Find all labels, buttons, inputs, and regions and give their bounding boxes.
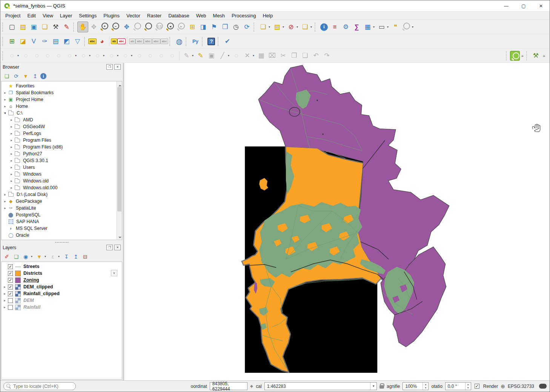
pan-map-button[interactable]: ✋ [77, 21, 88, 32]
zoom-to-selection-button[interactable] [132, 21, 143, 32]
browser-item-spatialite[interactable]: ▸✑SpatiaLite [2, 205, 122, 211]
scale-combo[interactable]: 1:462283 ▼ [264, 382, 377, 390]
layer-row-districts[interactable]: ✓Districts▼ [2, 270, 122, 277]
layer-filter-indicator-icon[interactable]: ▼ [111, 270, 117, 276]
select-by-location-button[interactable]: ❏ [300, 21, 310, 32]
remove-layer-button[interactable]: ⊟ [81, 253, 89, 261]
layer-diagram-button[interactable]: ◕ [97, 36, 108, 47]
toolbar-grip[interactable] [506, 51, 509, 60]
pin-labels-button[interactable]: ab [111, 38, 117, 44]
show-hide-labels-button[interactable]: abc [135, 38, 144, 44]
select-features-button[interactable]: ❏ [258, 21, 269, 32]
layer-row-streets[interactable]: ✓Streets [2, 263, 122, 270]
move-feature-button[interactable]: ◌ [20, 50, 31, 61]
chevron-down-icon[interactable] [412, 25, 415, 29]
identify-features-button[interactable]: i [320, 23, 328, 31]
new-spatialite-layer-button[interactable]: ✑ [39, 36, 50, 47]
add-selected-layers-button[interactable]: ❏ [3, 72, 11, 80]
toolbar-grip[interactable] [315, 23, 317, 32]
save-project-button[interactable]: ▣ [28, 21, 39, 32]
undo-button[interactable]: ↶ [310, 50, 321, 61]
chevron-down-icon[interactable] [131, 54, 134, 57]
chevron-down-icon[interactable] [310, 25, 313, 29]
toolbar-grip[interactable] [186, 37, 188, 46]
current-edits-button[interactable]: ◌ [6, 50, 17, 61]
chevron-down-icon[interactable] [117, 54, 120, 57]
browser-item-geopackage[interactable]: ▸◆GeoPackage [2, 198, 122, 205]
collapse-all-button[interactable]: ↥ [31, 72, 39, 80]
float-panel-icon[interactable]: ❐ [106, 64, 113, 70]
move-balloon-button[interactable]: ◌ [231, 50, 242, 61]
refresh-browser-button[interactable]: ⟳ [12, 72, 20, 80]
new-mesh-layer-button[interactable]: ◩ [61, 36, 72, 47]
reshape-features-button[interactable]: ◌ [53, 50, 64, 61]
minimize-button[interactable]: — [498, 0, 515, 12]
map-canvas[interactable] [124, 63, 550, 380]
zoom-next-button[interactable]: ▸ [176, 21, 187, 32]
add-group-button[interactable]: ❏ [12, 253, 20, 261]
layer-checkbox[interactable] [8, 305, 13, 310]
rotate-label-button[interactable]: abc [152, 38, 160, 44]
layer-checkbox[interactable] [8, 298, 13, 303]
menu-plugins[interactable]: Plugins [100, 12, 123, 19]
vertex-tool-button[interactable]: ✕ [242, 50, 253, 61]
menu-help[interactable]: Help [259, 12, 276, 19]
layer-checkbox[interactable]: ✓ [8, 271, 13, 276]
chevron-down-icon[interactable] [89, 54, 92, 57]
zoom-native-button[interactable]: 1:1 [154, 21, 165, 32]
metasearch-button[interactable]: ◍ [174, 36, 184, 47]
layer-row-rainfall-clipped[interactable]: ▸✓Rainfall_clipped [2, 290, 122, 297]
layer-checkbox[interactable]: ✓ [8, 264, 13, 269]
open-layer-styling-button[interactable]: ✐ [3, 253, 11, 261]
scroll-up-icon[interactable] [117, 81, 122, 87]
split-features-button[interactable]: ◌ [31, 50, 42, 61]
new-project-button[interactable]: ▢ [6, 21, 17, 32]
statistical-summary-button[interactable]: ∑ [351, 21, 362, 32]
browser-item-windows-old[interactable]: ▸Windows.old [2, 178, 122, 184]
spinner-arrows-icon[interactable]: ▲▼ [465, 383, 471, 390]
toolbar-grip[interactable] [526, 51, 529, 60]
zoom-to-layer-button[interactable] [143, 21, 154, 32]
toolbar-grip[interactable] [2, 23, 5, 32]
fill-ring-button[interactable]: ◌ [106, 50, 117, 61]
chevron-down-icon[interactable] [387, 25, 390, 29]
browser-properties-button[interactable]: i [40, 73, 46, 79]
chevron-down-icon[interactable] [373, 25, 376, 29]
toolbar-grip[interactable] [169, 37, 172, 46]
tool-d-button[interactable]: ◌ [145, 50, 156, 61]
close-button[interactable]: ✕ [532, 0, 550, 12]
scroll-down-icon[interactable] [117, 234, 122, 240]
browser-item-windows[interactable]: ▸Windows [2, 171, 122, 178]
digitize-segment-button[interactable]: ╱ [217, 50, 228, 61]
menu-layer[interactable]: Layer [57, 12, 76, 19]
add-ring-button[interactable]: ◌ [78, 50, 89, 61]
digitizing-tools-button[interactable]: ✎ [181, 50, 192, 61]
new-3d-map-view-button[interactable]: ◨ [198, 21, 209, 32]
browser-item-program-files-x86[interactable]: ▸Program Files (x86) [2, 144, 122, 150]
toolbar-grip[interactable] [2, 37, 5, 46]
no-labels-button[interactable]: abc [117, 38, 126, 44]
data-source-manager-button[interactable]: ⊞ [6, 36, 17, 47]
layer-checkbox[interactable]: ✓ [8, 291, 13, 296]
scrollbar-thumb[interactable] [117, 87, 121, 211]
browser-item-favorites[interactable]: ★Favorites [2, 83, 122, 89]
menu-web[interactable]: Web [193, 12, 210, 19]
chevron-down-icon[interactable] [31, 255, 34, 258]
filter-by-expression-button[interactable]: ε [49, 253, 57, 261]
new-print-layout-button[interactable]: ❏ [39, 21, 50, 32]
merge-features-button[interactable]: ◌ [42, 50, 53, 61]
toolbar-grip[interactable] [2, 51, 5, 60]
zoom-full-button[interactable]: ✥ [121, 21, 132, 32]
pin-unpin-labels-button[interactable]: ab [129, 38, 135, 44]
browser-item-spatial-bookmarks[interactable]: ▸❐Spatial Bookmarks [2, 89, 122, 96]
collapse-all-layers-button[interactable]: ↥ [72, 253, 80, 261]
render-toggle[interactable]: ✓ Render [474, 384, 498, 389]
maximize-button[interactable]: ▢ [515, 0, 532, 12]
menu-project[interactable]: Project [2, 12, 24, 19]
toolbar-grip[interactable] [202, 37, 204, 46]
chevron-down-icon[interactable] [17, 54, 20, 57]
move-label-button[interactable]: abc [144, 38, 152, 44]
layer-row-dem[interactable]: ▸DEM [2, 297, 122, 304]
rotate-feature-button[interactable]: ◌ [167, 50, 178, 61]
magnifier-spinner[interactable]: 100% ▲▼ [403, 382, 429, 390]
